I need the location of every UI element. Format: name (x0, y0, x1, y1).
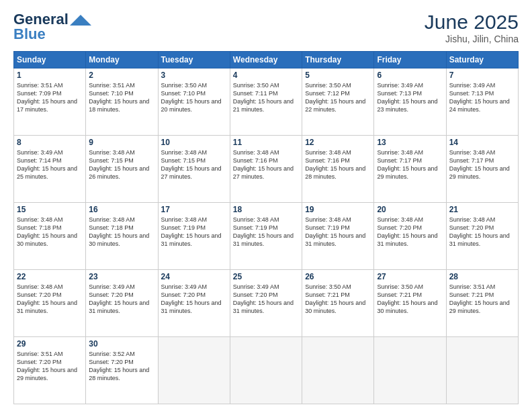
col-saturday: Saturday (446, 52, 518, 68)
header: General Blue June 2025 Jishu, Jilin, Chi… (13, 11, 519, 44)
svg-marker-0 (70, 15, 91, 26)
logo-blue: Blue (13, 26, 46, 43)
day-cell-20: 20 Sunrise: 3:48 AMSunset: 7:20 PMDaylig… (374, 203, 446, 270)
col-monday: Monday (86, 52, 158, 68)
calendar-body: 1 Sunrise: 3:51 AMSunset: 7:09 PMDayligh… (14, 68, 519, 404)
day-cell-17: 17 Sunrise: 3:48 AMSunset: 7:19 PMDaylig… (158, 203, 230, 270)
week-row-1: 8 Sunrise: 3:49 AMSunset: 7:14 PMDayligh… (14, 136, 519, 203)
day-cell-14: 14 Sunrise: 3:48 AMSunset: 7:17 PMDaylig… (446, 136, 518, 203)
day-cell-5: 5 Sunrise: 3:50 AMSunset: 7:12 PMDayligh… (302, 68, 374, 136)
logo: General Blue (13, 11, 91, 43)
empty-cell (374, 337, 446, 404)
col-friday: Friday (374, 52, 446, 68)
day-cell-16: 16 Sunrise: 3:48 AMSunset: 7:18 PMDaylig… (86, 203, 158, 270)
empty-cell (446, 337, 518, 404)
day-cell-6: 6 Sunrise: 3:49 AMSunset: 7:13 PMDayligh… (374, 68, 446, 136)
day-cell-10: 10 Sunrise: 3:48 AMSunset: 7:15 PMDaylig… (158, 136, 230, 203)
day-cell-18: 18 Sunrise: 3:48 AMSunset: 7:19 PMDaylig… (230, 203, 302, 270)
day-cell-30: 30 Sunrise: 3:52 AMSunset: 7:20 PMDaylig… (86, 337, 158, 404)
day-cell-27: 27 Sunrise: 3:50 AMSunset: 7:21 PMDaylig… (374, 270, 446, 337)
day-cell-28: 28 Sunrise: 3:51 AMSunset: 7:21 PMDaylig… (446, 270, 518, 337)
location: Jishu, Jilin, China (425, 34, 519, 44)
day-cell-11: 11 Sunrise: 3:48 AMSunset: 7:16 PMDaylig… (230, 136, 302, 203)
day-cell-22: 22 Sunrise: 3:48 AMSunset: 7:20 PMDaylig… (14, 270, 86, 337)
day-cell-26: 26 Sunrise: 3:50 AMSunset: 7:21 PMDaylig… (302, 270, 374, 337)
day-cell-7: 7 Sunrise: 3:49 AMSunset: 7:13 PMDayligh… (446, 68, 518, 136)
calendar: Sunday Monday Tuesday Wednesday Thursday… (13, 51, 519, 404)
col-thursday: Thursday (302, 52, 374, 68)
col-tuesday: Tuesday (158, 52, 230, 68)
day-cell-21: 21 Sunrise: 3:48 AMSunset: 7:20 PMDaylig… (446, 203, 518, 270)
day-cell-1: 1 Sunrise: 3:51 AMSunset: 7:09 PMDayligh… (14, 68, 86, 136)
logo-icon (70, 13, 91, 27)
page: General Blue June 2025 Jishu, Jilin, Chi… (0, 0, 532, 411)
day-cell-23: 23 Sunrise: 3:49 AMSunset: 7:20 PMDaylig… (86, 270, 158, 337)
day-cell-25: 25 Sunrise: 3:49 AMSunset: 7:20 PMDaylig… (230, 270, 302, 337)
day-cell-15: 15 Sunrise: 3:48 AMSunset: 7:18 PMDaylig… (14, 203, 86, 270)
month-year: June 2025 (425, 11, 519, 34)
day-cell-13: 13 Sunrise: 3:48 AMSunset: 7:17 PMDaylig… (374, 136, 446, 203)
day-cell-4: 4 Sunrise: 3:50 AMSunset: 7:11 PMDayligh… (230, 68, 302, 136)
day-cell-3: 3 Sunrise: 3:50 AMSunset: 7:10 PMDayligh… (158, 68, 230, 136)
empty-cell (158, 337, 230, 404)
empty-cell (302, 337, 374, 404)
week-row-2: 15 Sunrise: 3:48 AMSunset: 7:18 PMDaylig… (14, 203, 519, 270)
day-cell-12: 12 Sunrise: 3:48 AMSunset: 7:16 PMDaylig… (302, 136, 374, 203)
day-cell-2: 2 Sunrise: 3:51 AMSunset: 7:10 PMDayligh… (86, 68, 158, 136)
week-row-0: 1 Sunrise: 3:51 AMSunset: 7:09 PMDayligh… (14, 68, 519, 136)
day-cell-24: 24 Sunrise: 3:49 AMSunset: 7:20 PMDaylig… (158, 270, 230, 337)
day-cell-9: 9 Sunrise: 3:48 AMSunset: 7:15 PMDayligh… (86, 136, 158, 203)
day-cell-19: 19 Sunrise: 3:48 AMSunset: 7:19 PMDaylig… (302, 203, 374, 270)
day-cell-29: 29 Sunrise: 3:51 AMSunset: 7:20 PMDaylig… (14, 337, 86, 404)
day-cell-8: 8 Sunrise: 3:49 AMSunset: 7:14 PMDayligh… (14, 136, 86, 203)
col-sunday: Sunday (14, 52, 86, 68)
title-block: June 2025 Jishu, Jilin, China (425, 11, 519, 44)
week-row-4: 29 Sunrise: 3:51 AMSunset: 7:20 PMDaylig… (14, 337, 519, 404)
week-row-3: 22 Sunrise: 3:48 AMSunset: 7:20 PMDaylig… (14, 270, 519, 337)
empty-cell (230, 337, 302, 404)
col-wednesday: Wednesday (230, 52, 302, 68)
calendar-header-row: Sunday Monday Tuesday Wednesday Thursday… (14, 52, 519, 68)
